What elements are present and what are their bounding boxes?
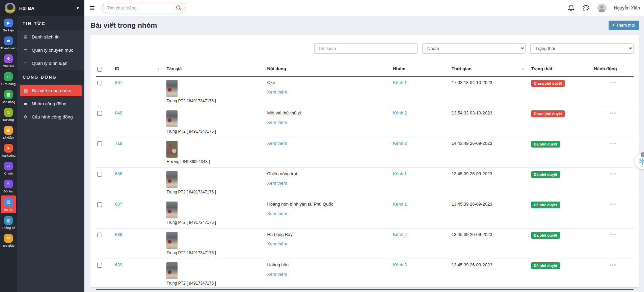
see-more-link[interactable]: Xem thêm bbox=[267, 211, 287, 216]
rail-item-film[interactable]: ▶ Sự kiện bbox=[0, 16, 17, 34]
rail-item-label: Thành viên bbox=[0, 46, 17, 50]
rail-item-label: K/Hàng bbox=[0, 118, 17, 122]
group-link[interactable]: Kênh 2 bbox=[393, 110, 407, 115]
group-link[interactable]: Kênh 2 bbox=[393, 141, 407, 146]
row-checkbox[interactable] bbox=[97, 141, 102, 146]
post-time: 13:45:39 26-09-2023 bbox=[452, 232, 492, 237]
row-actions-button[interactable]: ••• bbox=[608, 202, 618, 207]
rail-item-mail[interactable]: ✉ Trợ giúp bbox=[0, 232, 17, 249]
rail-item-handshake[interactable]: ❖ Chapter bbox=[0, 52, 17, 70]
post-content-text: Hoàng hôn bbox=[267, 262, 390, 267]
row-checkbox[interactable] bbox=[97, 202, 102, 207]
notifications-bell-icon[interactable] bbox=[568, 4, 574, 12]
rail-item-news[interactable]: ▤ Tin tức bbox=[1, 195, 16, 213]
table-row: 687 Trung PT2 [ 84917347176 ] Hoàng hôn … bbox=[96, 198, 634, 229]
user-avatar[interactable] bbox=[597, 4, 606, 12]
rail-item-customer[interactable]: ☺ K/Hàng bbox=[0, 106, 17, 124]
post-id-link[interactable]: 718 bbox=[115, 141, 123, 146]
table-row: 686 Trung PT2 [ 84917347176 ] Chiều nông… bbox=[96, 168, 634, 198]
function-search-input[interactable] bbox=[102, 3, 186, 13]
search-icon[interactable] bbox=[176, 5, 181, 12]
user-name[interactable]: Nguyễn Xiển bbox=[614, 5, 640, 10]
see-more-link[interactable]: Xem thêm bbox=[267, 241, 287, 246]
row-actions-button[interactable]: ••• bbox=[608, 171, 618, 177]
status-badge: Đã phê duyệt bbox=[531, 141, 560, 148]
rail-item-label: Thống kê bbox=[0, 226, 17, 230]
status-filter-select[interactable]: Trạng thái bbox=[530, 43, 634, 54]
rail-item-icon: ▥ bbox=[4, 216, 13, 225]
menu-item[interactable]: ≡ Quản lý chuyên mục bbox=[17, 44, 84, 57]
see-more-link[interactable]: Xem thêm bbox=[267, 181, 287, 186]
function-search bbox=[102, 3, 186, 13]
row-actions-button[interactable]: ••• bbox=[608, 141, 618, 146]
row-actions-button[interactable]: ••• bbox=[608, 110, 618, 116]
rail-item-label: Tin tức bbox=[1, 208, 16, 211]
post-id-link[interactable]: 867 bbox=[115, 80, 123, 85]
menu-item[interactable]: ▤ Bài viết trong nhóm bbox=[20, 85, 82, 96]
widget-close-icon[interactable]: ✕ bbox=[641, 152, 644, 157]
brand-header[interactable]: Hội BA ▼ bbox=[0, 0, 84, 16]
rail-item-icon: ▶ bbox=[4, 19, 13, 27]
rail-item-label: Sự kiện bbox=[0, 28, 17, 32]
table-header-row: ID ▲▼ Tác giả Nội dung Nhóm Thời gian ▲▼… bbox=[96, 63, 634, 76]
menu-item-icon: ≡ bbox=[23, 48, 28, 53]
status-badge: Đã phê duyệt bbox=[531, 171, 560, 178]
rail-item-tag[interactable]: ➤ Marketing bbox=[0, 141, 17, 159]
table-row: 689 Trung PT2 [ 84917347176 ] Hoàng hôn … bbox=[96, 259, 634, 290]
menu-item-icon: ▤ bbox=[23, 34, 28, 39]
row-actions-button[interactable]: ••• bbox=[608, 262, 618, 268]
rail-item-cart[interactable]: ▦ Bán hàng bbox=[0, 88, 17, 106]
brand-name: Hội BA bbox=[19, 6, 34, 11]
row-checkbox[interactable] bbox=[97, 111, 102, 116]
row-checkbox[interactable] bbox=[97, 263, 102, 268]
author-name: Trung PT2 [ 84917347176 ] bbox=[166, 250, 264, 255]
row-checkbox[interactable] bbox=[97, 233, 102, 237]
hamburger-menu-icon[interactable] bbox=[90, 5, 95, 11]
menu-item[interactable]: ❞ Quản lý bình luận bbox=[17, 57, 84, 70]
menu-item[interactable]: ▤ Danh sách tin bbox=[17, 30, 84, 44]
post-thumbnail bbox=[166, 202, 178, 218]
rail-item-product[interactable]: ▣ S/Phẩm bbox=[0, 124, 17, 141]
select-all-checkbox[interactable] bbox=[97, 67, 102, 72]
row-actions-button[interactable]: ••• bbox=[608, 232, 618, 237]
column-header-group: Nhóm bbox=[392, 63, 450, 76]
see-more-link[interactable]: Xem thêm bbox=[267, 89, 287, 95]
see-more-link[interactable]: Xem thêm bbox=[267, 272, 287, 277]
row-actions-button[interactable]: ••• bbox=[608, 80, 618, 85]
row-checkbox[interactable] bbox=[97, 172, 102, 177]
messages-chat-icon[interactable] bbox=[582, 5, 590, 11]
post-id-link[interactable]: 688 bbox=[115, 232, 123, 237]
group-link[interactable]: Kênh 1 bbox=[393, 80, 407, 85]
column-header-time[interactable]: Thời gian ▲▼ bbox=[450, 63, 530, 76]
rail-item-icon: ❖ bbox=[4, 54, 13, 63]
menu-item[interactable]: ☻ Nhóm cộng đồng bbox=[17, 97, 84, 110]
row-checkbox[interactable] bbox=[97, 81, 102, 85]
add-new-button[interactable]: +Thêm mới bbox=[609, 21, 639, 30]
table-search-input[interactable] bbox=[314, 43, 418, 54]
post-id-link[interactable]: 840 bbox=[115, 110, 123, 115]
post-id-link[interactable]: 686 bbox=[115, 171, 123, 176]
group-link[interactable]: Kênh 1 bbox=[393, 202, 407, 207]
group-link[interactable]: Kênh 3 bbox=[393, 262, 407, 267]
post-content-text: Chiều nông trại bbox=[267, 171, 390, 176]
author-name: Trung PT2 [ 84917347176 ] bbox=[166, 129, 264, 134]
rail-item-chain[interactable]: ∴ Chuỗi bbox=[0, 159, 17, 177]
menu-item[interactable]: ⚙ Cấu hình cộng đồng bbox=[17, 110, 84, 124]
see-more-link[interactable]: Xem thêm bbox=[267, 120, 287, 125]
group-filter-select[interactable]: Nhóm bbox=[422, 43, 526, 54]
group-link[interactable]: Kênh 1 bbox=[393, 171, 407, 176]
post-time: 13:54:32 03-10-2023 bbox=[452, 110, 492, 115]
rail-item-label: Đối tác bbox=[0, 189, 17, 193]
post-time: 13:45:39 26-09-2023 bbox=[452, 171, 492, 176]
group-link[interactable]: Kênh 2 bbox=[393, 232, 407, 237]
chevron-down-icon[interactable]: ▼ bbox=[76, 6, 80, 10]
rail-item-icon: ▣ bbox=[4, 126, 13, 135]
rail-item-partner[interactable]: ✌ Đối tác bbox=[0, 177, 17, 195]
see-more-link[interactable]: Xem thêm bbox=[267, 141, 287, 146]
column-header-id[interactable]: ID ▲▼ bbox=[114, 63, 165, 76]
rail-item-chart[interactable]: ▥ Thống kê bbox=[0, 214, 17, 232]
post-id-link[interactable]: 687 bbox=[115, 202, 123, 207]
post-id-link[interactable]: 689 bbox=[115, 262, 123, 267]
rail-item-users[interactable]: ☻ Thành viên bbox=[0, 34, 17, 52]
rail-item-store[interactable]: ⌂ Cửa hàng bbox=[0, 70, 17, 88]
